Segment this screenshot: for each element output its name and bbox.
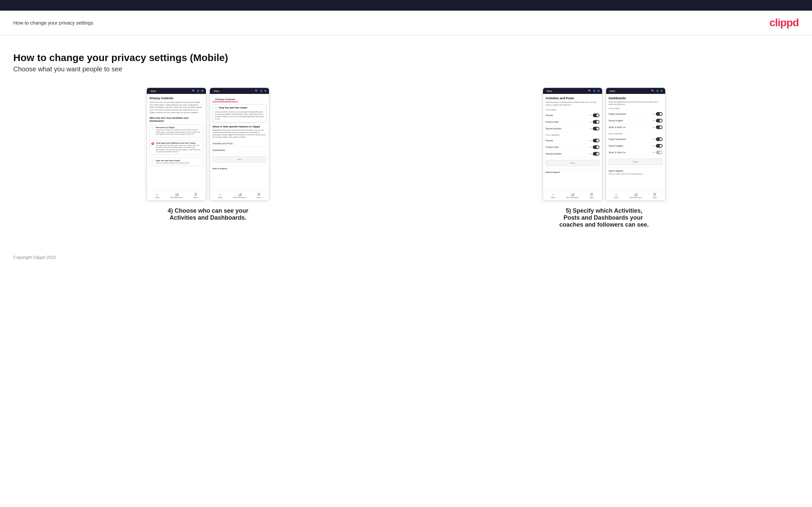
coaches-manual-toggle[interactable] [593, 127, 600, 130]
chart-icon-4: 📊 [633, 192, 638, 196]
nav-performance-1[interactable]: 📊 My Performance [170, 192, 183, 199]
phone-2-nav-icons: 🔍 👤 ⚙ [255, 90, 266, 92]
coaches-what-to-work-toggle[interactable] [656, 125, 663, 129]
nav-performance-2[interactable]: 📊 My Performance [234, 192, 246, 199]
radio-approved[interactable]: Only Approved Followers and Your Coach O… [149, 140, 203, 155]
followers-rounds-label: Rounds [546, 139, 553, 142]
settings-icon-3[interactable]: ⚙ [598, 90, 600, 92]
save-button-2[interactable]: Save [212, 156, 266, 163]
nav-home-label-2: Home [218, 196, 222, 199]
show-hide-text: Regardless of the privacy controls that … [212, 129, 266, 138]
phone-3-back[interactable]: ‹ Back [546, 90, 552, 92]
search-icon-4[interactable]: 🔍 [651, 90, 654, 92]
followers-round-insights-on: ON [652, 145, 655, 147]
help-support-2: Help & Support [212, 165, 266, 170]
followers-round-insights-toggle[interactable] [656, 144, 663, 148]
menu-icon-2: ☰ [257, 192, 260, 196]
activities-posts-label: Activities and Posts [212, 143, 233, 145]
followers-what-to-work-label: What To Work On [609, 151, 626, 154]
nav-home-label-3: Home [551, 196, 555, 199]
nav-menu-label-3: Menu [590, 196, 594, 199]
followers-manual-toggle[interactable] [593, 152, 600, 156]
menu-icon-3: ☰ [590, 192, 593, 196]
toggle-coaches-manual: Manual Activities ON [546, 125, 600, 132]
phone-3-title: Activities and Posts [546, 97, 600, 100]
toggle-followers-manual: Manual Activities ON [546, 151, 600, 157]
footer: Copyright Clippd 2022 [0, 248, 812, 267]
coaches-practice-label: Practice Drills [546, 121, 559, 123]
coaches-rounds-on-text: ON [589, 114, 592, 116]
nav-home-1[interactable]: ⌂ Home [155, 192, 159, 199]
settings-icon[interactable]: ⚙ [201, 90, 203, 92]
phone-3-nav: ‹ Back 🔍 👤 ⚙ [543, 88, 602, 94]
phone-4-nav-icons: 🔍 👤 ⚙ [651, 90, 663, 92]
person-icon[interactable]: 👤 [197, 90, 200, 92]
menu-icon-4: ☰ [653, 192, 656, 196]
followers-player-dash-label: Player Dashboard [609, 138, 626, 140]
nav-performance-4[interactable]: 📊 My Performance [630, 192, 642, 199]
coaches-round-insights-label: Round Insights [609, 119, 623, 122]
phone-1-back[interactable]: ‹ Back [149, 90, 156, 92]
nav-menu-3[interactable]: ☰ Menu [590, 192, 594, 199]
menu-icon-1: ☰ [194, 192, 197, 196]
nav-performance-3[interactable]: 📊 My Performance [567, 192, 579, 199]
phone-4-back[interactable]: ‹ Back [609, 90, 615, 92]
toggle-followers-rounds: Rounds ON [546, 137, 600, 144]
nav-home-3[interactable]: ⌂ Home [551, 192, 555, 199]
phone-4-title: Dashboards [609, 97, 663, 100]
followers-what-to-work-toggle[interactable] [656, 151, 663, 154]
person-icon-4[interactable]: 👤 [656, 90, 659, 92]
coaches-round-insights-toggle[interactable] [656, 119, 663, 122]
phone-1-content: Privacy Controls Control how you and you… [147, 94, 206, 190]
top-bar [0, 0, 812, 11]
nav-performance-label-3: My Performance [567, 196, 579, 199]
radio-only-you[interactable]: Only You and Your Coach Only you and the… [149, 158, 203, 166]
person-icon-3[interactable]: 👤 [593, 90, 596, 92]
toggle-coaches-what-to-work: What To Work On ON [609, 124, 663, 131]
radio-approved-text: Only Approved Followers and Your Coach O… [156, 142, 201, 153]
radio-everyone[interactable]: Everyone on Clippd Everyone on Clippd ca… [149, 124, 203, 137]
search-icon-3[interactable]: 🔍 [588, 90, 591, 92]
phone-4: ‹ Back 🔍 👤 ⚙ Dashboards Select the dashb… [606, 88, 666, 201]
nav-home-label-1: Home [155, 196, 159, 199]
toggle-followers-player-dash: Player Dashboard ON [609, 136, 663, 143]
menu-activities[interactable]: Activities and Posts › [212, 140, 266, 147]
logo: clippd [769, 16, 799, 29]
privacy-controls-tab[interactable]: Privacy Controls [212, 97, 238, 102]
nav-menu-label-1: Menu [194, 196, 198, 199]
phone-2-back[interactable]: ‹ Back [212, 90, 219, 92]
home-icon-2: ⌂ [219, 192, 221, 196]
followers-player-dash-toggle[interactable] [656, 137, 663, 141]
save-button-4[interactable]: Save [609, 159, 663, 165]
menu-dashboards[interactable]: Dashboards › [212, 147, 266, 154]
coaches-rounds-toggle[interactable] [593, 113, 600, 117]
followers-practice-label: Practice Drills [546, 146, 559, 148]
radio-circle-approved [151, 143, 154, 145]
coaches-player-dash-toggle[interactable] [656, 112, 663, 116]
screenshots-row: ‹ Back 🔍 👤 ⚙ Privacy Controls Control ho… [13, 88, 799, 228]
toggle-coaches-practice: Practice Drills ON [546, 119, 600, 125]
search-icon-2[interactable]: 🔍 [255, 90, 258, 92]
person-icon-2[interactable]: 👤 [260, 90, 263, 92]
followers-rounds-toggle[interactable] [593, 139, 600, 143]
search-icon[interactable]: 🔍 [192, 90, 195, 92]
main-content: How to change your privacy settings (Mob… [0, 36, 812, 248]
save-button-3[interactable]: Save [546, 160, 600, 166]
nav-menu-2[interactable]: ☰ Menu [257, 192, 261, 199]
coaches-manual-on-text: ON [589, 128, 592, 130]
nav-menu-1[interactable]: ☰ Menu [194, 192, 198, 199]
coaches-what-to-work-label: What To Work On [609, 126, 626, 128]
nav-performance-label-4: My Performance [630, 196, 642, 199]
coaches-practice-toggle[interactable] [593, 120, 600, 124]
settings-icon-2[interactable]: ⚙ [264, 90, 266, 92]
followers-practice-on-text: ON [589, 146, 592, 148]
nav-menu-4[interactable]: ☰ Menu [653, 192, 657, 199]
copyright: Copyright Clippd 2022 [13, 255, 56, 260]
header-title: How to change your privacy settings [13, 20, 93, 25]
nav-performance-label-2: My Performance [234, 196, 246, 199]
followers-practice-toggle[interactable] [593, 145, 600, 149]
radio-circle-everyone [151, 127, 154, 129]
nav-home-4[interactable]: ⌂ Home [614, 192, 618, 199]
settings-icon-4[interactable]: ⚙ [661, 90, 663, 92]
nav-home-2[interactable]: ⌂ Home [218, 192, 222, 199]
